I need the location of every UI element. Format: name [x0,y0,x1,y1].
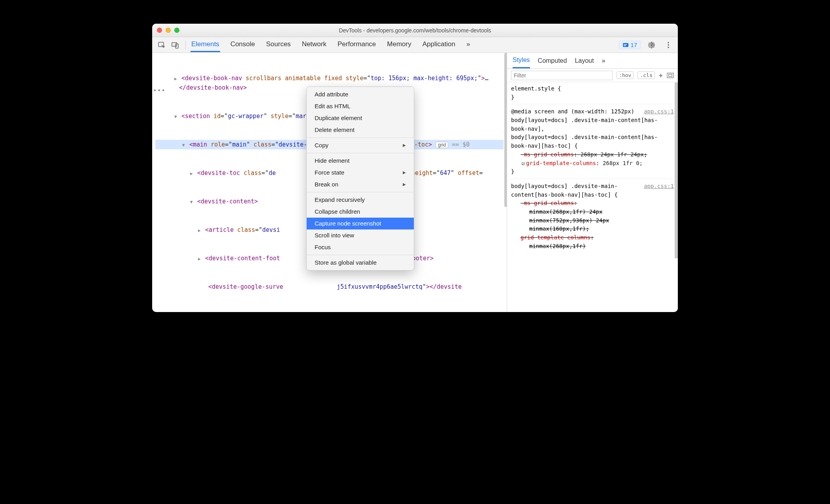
menu-collapse[interactable]: Collapse children [307,206,414,218]
gutter-icon: ∙∙∙ [153,85,166,96]
element-style-header: element.style { [511,85,674,93]
minimize-icon[interactable] [166,28,171,33]
menu-store-global[interactable]: Store as global variable [307,257,414,269]
svg-rect-1 [172,43,177,46]
window-controls [157,28,179,33]
styles-sidebar: Styles Computed Layout » :hov .cls + ele… [507,53,678,312]
device-toggle-icon[interactable] [170,39,181,51]
svg-point-6 [651,44,653,46]
svg-point-8 [668,44,669,45]
window-title: DevTools - developers.google.com/web/too… [157,27,673,34]
elements-panel[interactable]: ∙∙∙ ▶<devsite-book-nav scrollbars animat… [152,53,507,312]
menu-capture-screenshot[interactable]: Capture node screenshot [307,218,414,229]
svg-point-7 [668,42,669,43]
svg-rect-10 [667,73,673,78]
tab-elements[interactable]: Elements [191,38,220,52]
tab-network[interactable]: Network [301,38,327,52]
svg-rect-11 [669,74,672,77]
menu-add-attribute[interactable]: Add attribute [307,88,414,100]
tab-performance[interactable]: Performance [337,38,377,52]
svg-point-9 [668,47,669,48]
svg-rect-3 [623,43,628,47]
svg-rect-4 [624,44,627,45]
tab-styles[interactable]: Styles [513,53,530,68]
menu-hide[interactable]: Hide element [307,155,414,167]
filter-input[interactable] [511,71,613,80]
tab-console[interactable]: Console [230,38,256,52]
devtools-window: DevTools - developers.google.com/web/too… [152,24,678,312]
selector: body[layout=docs] .devsite-main-content[… [511,116,674,133]
menu-delete[interactable]: Delete element [307,124,414,136]
cls-toggle[interactable]: .cls [638,71,655,79]
box-model-icon[interactable] [667,73,674,78]
tab-layout[interactable]: Layout [575,54,594,68]
tab-sources[interactable]: Sources [265,38,291,52]
tab-computed[interactable]: Computed [538,54,567,68]
source-link[interactable]: app.css:1 [644,107,674,116]
grid-badge[interactable]: grid [436,142,448,148]
menu-duplicate[interactable]: Duplicate element [307,112,414,124]
main-toolbar: Elements Console Sources Network Perform… [152,37,678,53]
inspect-icon[interactable] [156,39,167,51]
tab-application[interactable]: Application [422,38,456,52]
menu-break-on[interactable]: Break on [307,179,414,190]
settings-icon[interactable] [646,39,657,51]
maximize-icon[interactable] [174,28,179,33]
style-val: top: 156px; max-height: 695px; [371,75,478,82]
menu-focus[interactable]: Focus [307,241,414,253]
styles-rules[interactable]: element.style { } app.css:1 @media scree… [507,82,678,258]
menu-edit-html[interactable]: Edit as HTML [307,100,414,112]
vertical-scrollbar[interactable] [504,53,507,207]
menu-force-state[interactable]: Force state [307,167,414,179]
issue-counter[interactable]: 17 [619,41,641,49]
issue-count: 17 [630,41,637,48]
titlebar: DevTools - developers.google.com/web/too… [152,24,678,37]
styles-scrollbar[interactable] [675,82,678,258]
svg-rect-5 [624,45,626,46]
prop[interactable]: ☑grid-template-columns: 268px 1fr 0; [511,159,674,168]
panel-tabs: Elements Console Sources Network Perform… [191,38,471,52]
source-link[interactable]: app.css:1 [644,182,674,191]
styles-tabs: Styles Computed Layout » [507,53,678,69]
kebab-menu-icon[interactable] [663,39,674,51]
styles-toolbar: :hov .cls + [507,69,678,82]
prop-strike[interactable]: -ms-grid-columns: 268px 24px 1fr 24px; [511,150,674,159]
prop-strike[interactable]: grid-template-columns: [511,233,674,242]
menu-copy[interactable]: Copy [307,139,414,151]
close-icon[interactable] [157,28,162,33]
dollar-zero: $0 [462,141,470,148]
menu-scroll-into-view[interactable]: Scroll into view [307,229,414,241]
tabs-overflow-icon[interactable]: » [466,38,471,52]
context-menu: Add attribute Edit as HTML Duplicate ele… [306,87,414,271]
selector: body[layout=docs] .devsite-main-content[… [511,133,674,150]
tab-memory[interactable]: Memory [386,38,412,52]
hov-toggle[interactable]: :hov [617,71,634,79]
styles-tabs-overflow[interactable]: » [602,54,605,68]
new-style-button[interactable]: + [659,71,663,79]
prop-strike[interactable]: -ms-grid-columns: [511,199,674,208]
menu-expand-recursive[interactable]: Expand recursively [307,194,414,206]
